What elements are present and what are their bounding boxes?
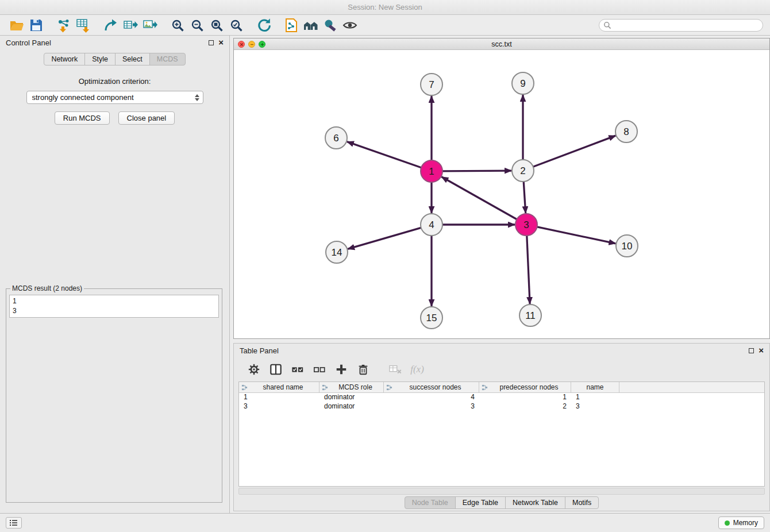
save-session-button[interactable] [26, 17, 46, 34]
search-input[interactable] [599, 19, 763, 32]
float-table-panel-icon[interactable] [749, 348, 754, 353]
minimize-view-button[interactable] [248, 41, 255, 48]
column-header-name[interactable]: name [571, 382, 619, 392]
node-15[interactable]: 15 [421, 307, 442, 329]
cell-name: 1 [571, 393, 619, 402]
export-image-button[interactable] [140, 17, 160, 34]
tab-edge-table[interactable]: Edge Table [455, 496, 506, 509]
window-title: Session: New Session [348, 3, 422, 11]
search-icon [603, 21, 611, 29]
zoom-fit-button[interactable] [207, 17, 226, 34]
first-neighbors-button[interactable] [301, 17, 321, 34]
dropdown-stepper-icon [194, 94, 201, 101]
tab-network-table[interactable]: Network Table [505, 496, 565, 509]
cell-shared-name: 3 [239, 402, 319, 411]
column-header-mcds-role[interactable]: MCDS role [319, 382, 384, 392]
delete-column-button[interactable] [353, 360, 373, 379]
trash-icon [357, 363, 369, 376]
node-8[interactable]: 8 [615, 121, 637, 142]
cell-mcds-role: dominator [319, 402, 384, 411]
export-table-icon [123, 18, 138, 33]
table-panel-header: Table Panel × [234, 344, 769, 357]
horizontal-scrollbar[interactable] [238, 488, 765, 495]
open-network-view-button[interactable] [282, 17, 301, 34]
node-10[interactable]: 10 [616, 235, 638, 257]
node-7[interactable]: 7 [421, 74, 442, 95]
zoom-in-icon [171, 18, 185, 33]
edge-1-6[interactable] [347, 142, 421, 168]
close-view-button[interactable] [238, 41, 245, 48]
tab-mcds[interactable]: MCDS [149, 53, 186, 65]
column-label: MCDS role [330, 383, 381, 391]
refresh-button[interactable] [254, 17, 274, 34]
show-hide-details-button[interactable] [340, 17, 360, 34]
tab-node-table[interactable]: Node Table [405, 496, 456, 509]
memory-label: Memory [733, 519, 758, 527]
edge-4-14[interactable] [348, 228, 421, 249]
table-row[interactable]: 1 dominator 4 1 1 [239, 393, 764, 402]
column-label: shared name [249, 383, 317, 391]
edge-3-10[interactable] [537, 227, 616, 244]
close-panel-icon[interactable]: × [218, 40, 224, 45]
node-11[interactable]: 11 [519, 304, 541, 326]
cell-successor-nodes: 4 [384, 393, 479, 402]
memory-status-icon [725, 521, 730, 526]
control-panel-title: Control Panel [6, 38, 51, 47]
column-header-shared-name[interactable]: shared name [239, 382, 319, 392]
node-14[interactable]: 14 [326, 241, 348, 263]
node-3[interactable]: 3 [515, 214, 537, 236]
deselect-all-rows-button[interactable] [310, 360, 329, 379]
float-panel-icon[interactable] [209, 40, 214, 45]
table-row[interactable]: 3 dominator 3 2 3 [239, 402, 764, 411]
node-2[interactable]: 2 [512, 160, 534, 182]
zoom-out-button[interactable] [187, 17, 207, 34]
show-columns-button[interactable] [266, 360, 286, 379]
criterion-dropdown[interactable]: strongly connected component [26, 91, 203, 104]
delete-table-button[interactable] [386, 360, 405, 379]
import-network-icon [56, 18, 71, 33]
import-network-button[interactable] [54, 17, 74, 34]
select-all-rows-button[interactable] [288, 360, 307, 379]
export-network-button[interactable] [101, 17, 121, 34]
network-canvas[interactable]: 7968124314101511 [234, 50, 769, 338]
tab-style[interactable]: Style [84, 53, 116, 65]
import-table-button[interactable] [74, 17, 93, 34]
right-area: scc.txt 7968124314101511 Table Panel × [233, 36, 770, 513]
function-builder-button[interactable]: f(x) [407, 360, 427, 379]
task-history-button[interactable] [6, 517, 22, 529]
node-1[interactable]: 1 [421, 160, 442, 182]
node-6[interactable]: 6 [325, 127, 347, 149]
tab-network[interactable]: Network [44, 53, 85, 65]
header-filler [619, 382, 764, 392]
table-settings-button[interactable] [244, 360, 264, 379]
create-column-button[interactable] [332, 360, 351, 379]
edge-2-3[interactable] [523, 182, 526, 213]
table-panel-tabs: Node Table Edge Table Network Table Moti… [234, 495, 769, 511]
zoom-selected-button[interactable] [226, 17, 246, 34]
close-panel-button[interactable]: Close panel [118, 111, 175, 125]
edge-3-1[interactable] [441, 177, 517, 219]
maximize-view-button[interactable] [259, 41, 265, 48]
column-header-predecessor-nodes[interactable]: predecessor nodes [479, 382, 571, 392]
zoom-in-button[interactable] [168, 17, 187, 34]
svg-text:4: 4 [429, 219, 434, 230]
close-glyph-icon [240, 43, 244, 47]
tab-motifs[interactable]: Motifs [565, 496, 599, 509]
node-9[interactable]: 9 [512, 72, 534, 94]
column-header-successor-nodes[interactable]: successor nodes [384, 382, 479, 392]
run-mcds-button[interactable]: Run MCDS [55, 111, 110, 125]
cell-successor-nodes: 3 [384, 402, 479, 411]
close-table-panel-icon[interactable]: × [759, 348, 764, 353]
open-session-button[interactable] [7, 17, 26, 34]
control-panel: Control Panel × Network Style Select MCD… [0, 36, 230, 513]
node-4[interactable]: 4 [421, 214, 442, 236]
tab-select[interactable]: Select [115, 53, 150, 65]
export-table-button[interactable] [121, 17, 140, 34]
mcds-result-list[interactable]: 1 3 [9, 295, 219, 318]
apply-style-button[interactable] [321, 17, 340, 34]
edge-2-8[interactable] [533, 136, 616, 167]
edge-3-11[interactable] [527, 236, 530, 304]
memory-button[interactable]: Memory [718, 516, 764, 529]
cell-predecessor-nodes: 2 [479, 402, 571, 411]
edge-1-2[interactable] [442, 171, 511, 171]
